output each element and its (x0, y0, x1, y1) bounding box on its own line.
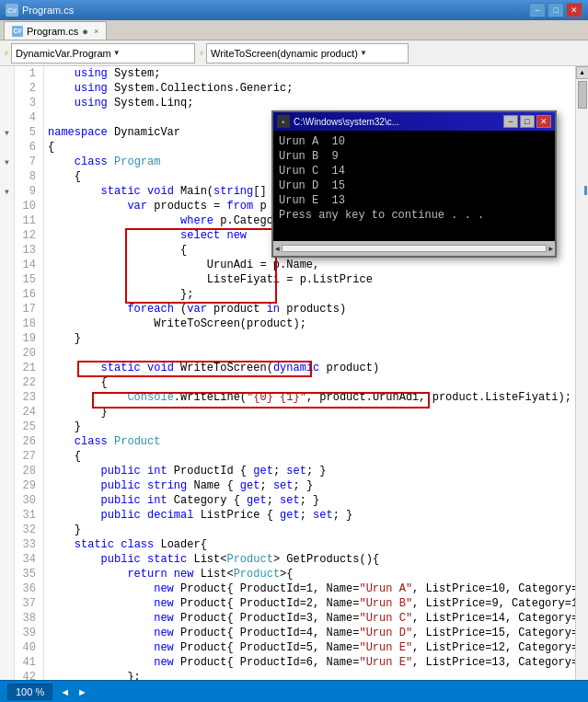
code-line: new Product{ ProductId=2, Name="Urun B",… (48, 596, 575, 611)
scroll-right-btn[interactable]: ► (77, 686, 87, 697)
line-number: 34 (18, 552, 40, 567)
zoom-level[interactable]: 100 % (7, 684, 52, 700)
code-line: }; (48, 287, 575, 302)
line-number: 32 (18, 523, 40, 537)
code-line: using System.Collections.Generic; (48, 81, 575, 96)
line-number: 24 (18, 405, 40, 420)
line-number: 23 (18, 390, 40, 405)
toolbar: ⚡ DynamicVar.Program ▼ ⚡ WriteToScreen(d… (0, 40, 588, 66)
method-select[interactable]: WriteToScreen(dynamic product) ▼ (206, 43, 409, 63)
scroll-left-arrow[interactable]: ◄ (275, 245, 280, 253)
line-number: 30 (18, 493, 40, 508)
console-scrollbar[interactable]: ◄ ► (273, 241, 555, 256)
vertical-scrollbar[interactable]: ▲ (575, 66, 588, 680)
line-number: 19 (18, 331, 40, 346)
code-line: { (48, 449, 575, 464)
collapse-namespace[interactable]: ▼ (0, 125, 14, 140)
code-line: return new List<Product>{ (48, 567, 575, 581)
code-line: ListeFiyati = p.ListPrice (48, 272, 575, 287)
console-output-line: Urun B 9 (279, 149, 549, 164)
code-line: public static List<Product> GetProducts(… (48, 552, 575, 567)
scroll-up-arrow[interactable]: ▲ (576, 66, 589, 79)
line-number: 2 (18, 81, 40, 96)
line-number: 8 (18, 169, 40, 184)
close-button[interactable]: ✕ (566, 3, 582, 17)
method-label: WriteToScreen(dynamic product) (211, 48, 358, 59)
line-number: 28 (18, 464, 40, 478)
scroll-position-indicator (584, 186, 587, 195)
code-line: public decimal ListPrice { get; set; } (48, 508, 575, 523)
line-number: 27 (18, 449, 40, 464)
tab-label: Program.cs (27, 26, 78, 37)
line-number: 22 (18, 375, 40, 390)
code-line: using System; (48, 66, 575, 81)
app-icon: C# (6, 4, 18, 17)
code-line: using System.Linq; (48, 96, 575, 110)
code-line: { (48, 375, 575, 390)
line-number: 38 (18, 611, 40, 626)
code-line: public int ProductId { get; set; } (48, 464, 575, 478)
code-line: class Product (48, 434, 575, 449)
line-number: 33 (18, 537, 40, 552)
collapse-main[interactable]: ▼ (0, 184, 14, 199)
line-number: 39 (18, 626, 40, 640)
namespace-dropdown[interactable]: ⚡ DynamicVar.Program ▼ (4, 43, 195, 63)
maximize-button[interactable]: □ (548, 3, 564, 17)
tab-modified-indicator: ● (82, 26, 88, 37)
left-margin: ▼ ▼ ▼ (0, 66, 15, 680)
code-line: foreach (var product in products) (48, 302, 575, 316)
method-icon: ⚡ (199, 48, 204, 59)
line-number: 40 (18, 640, 40, 655)
tab-file-icon: C# (12, 26, 23, 37)
line-number: 6 (18, 140, 40, 155)
line-number: 35 (18, 567, 40, 581)
tab-program-cs[interactable]: C# Program.cs ● × (4, 21, 107, 40)
console-maximize[interactable]: □ (520, 115, 535, 128)
line-number: 29 (18, 478, 40, 493)
tab-bar: C# Program.cs ● × (0, 20, 588, 40)
line-number: 15 (18, 272, 40, 287)
scroll-track[interactable] (282, 245, 547, 252)
line-number: 7 (18, 155, 40, 169)
code-line: Console.WriteLine("{0} {1}", product.Uru… (48, 390, 575, 405)
scroll-thumb[interactable] (578, 81, 587, 109)
console-output-line: Urun E 13 (279, 193, 549, 208)
tab-close-button[interactable]: × (94, 27, 98, 36)
code-line: WriteToScreen(product); (48, 316, 575, 331)
code-line: } (48, 331, 575, 346)
code-line: static void WriteToScreen(dynamic produc… (48, 361, 575, 375)
namespace-select[interactable]: DynamicVar.Program ▼ (11, 43, 195, 63)
line-number: 14 (18, 258, 40, 272)
code-line: new Product{ ProductId=3, Name="Urun C",… (48, 611, 575, 626)
status-bar: 100 % ◄ ► (0, 680, 588, 702)
console-controls: − □ ✕ (503, 115, 551, 128)
scroll-right-arrow[interactable]: ► (548, 245, 553, 253)
console-output-line: Urun C 14 (279, 164, 549, 178)
console-output-line: Urun D 15 (279, 178, 549, 193)
code-line: public string Name { get; set; } (48, 478, 575, 493)
window-controls: − □ ✕ (529, 3, 582, 17)
line-number: 36 (18, 581, 40, 596)
collapse-class[interactable]: ▼ (0, 155, 14, 169)
line-number: 20 (18, 346, 40, 361)
console-output-line: Urun A 10 (279, 134, 549, 149)
scroll-left-btn[interactable]: ◄ (60, 686, 70, 697)
line-number: 21 (18, 361, 40, 375)
minimize-button[interactable]: − (529, 3, 546, 17)
code-line: new Product{ ProductId=4, Name="Urun D",… (48, 626, 575, 640)
console-minimize[interactable]: − (503, 115, 518, 128)
method-dropdown[interactable]: ⚡ WriteToScreen(dynamic product) ▼ (199, 43, 409, 63)
console-icon: ▪ (277, 115, 290, 128)
line-number: 25 (18, 420, 40, 434)
console-title: C:\Windows\system32\c... (294, 117, 503, 127)
code-line: new Product{ ProductId=5, Name="Urun E",… (48, 640, 575, 655)
line-number: 31 (18, 508, 40, 523)
code-line: new Product{ ProductId=1, Name="Urun A",… (48, 581, 575, 596)
line-number: 16 (18, 287, 40, 302)
console-close[interactable]: ✕ (536, 115, 551, 128)
code-line: } (48, 405, 575, 420)
code-line: static class Loader{ (48, 537, 575, 552)
line-number: 11 (18, 213, 40, 228)
code-line: } (48, 523, 575, 537)
line-number: 10 (18, 199, 40, 213)
